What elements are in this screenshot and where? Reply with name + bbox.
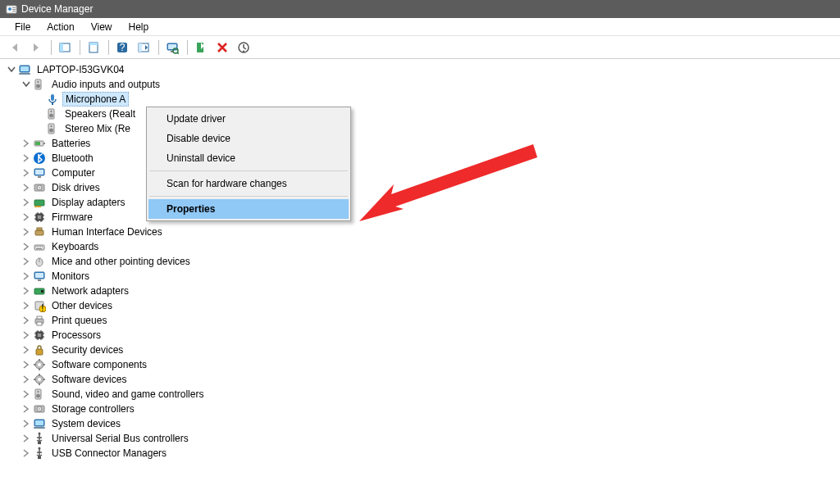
tree-node-universal-serial-bus-controllers[interactable]: Universal Serial Bus controllers <box>7 431 840 446</box>
expander-icon[interactable] <box>21 168 31 178</box>
tree-node-mice-and-other-pointing-devices[interactable]: Mice and other pointing devices <box>7 254 840 269</box>
expander-icon[interactable] <box>21 389 31 399</box>
expander-icon[interactable] <box>21 419 31 429</box>
cm-update-driver[interactable]: Update driver <box>148 109 349 129</box>
node-label: System devices <box>49 417 123 430</box>
menu-view[interactable]: View <box>83 20 121 34</box>
cm-properties[interactable]: Properties <box>148 199 349 219</box>
svg-rect-70 <box>139 43 142 52</box>
back-button[interactable] <box>5 39 25 57</box>
category-icon <box>33 358 46 371</box>
scan-hardware-button[interactable] <box>162 39 182 57</box>
tree-node-bluetooth[interactable]: Bluetooth <box>7 151 840 166</box>
tree-node-print-queues[interactable]: Print queues <box>7 313 840 328</box>
tree-node-human-interface-devices[interactable]: Human Interface Devices <box>7 225 840 239</box>
action-button[interactable] <box>134 39 153 57</box>
tree-item-microphone[interactable]: Microphone A <box>7 92 840 107</box>
category-icon <box>33 388 46 401</box>
node-label: Processors <box>49 329 103 342</box>
tree-node-keyboards[interactable]: Keyboards <box>7 239 840 254</box>
expander-icon[interactable] <box>21 242 31 252</box>
help-button[interactable]: ? <box>112 39 132 57</box>
tree-node-network-adapters[interactable]: Network adapters <box>7 284 840 298</box>
properties-button[interactable] <box>84 39 103 57</box>
node-label: Disk drives <box>49 181 103 194</box>
expander-icon[interactable] <box>21 138 31 148</box>
tree-node-display-adapters[interactable]: Display adapters <box>7 195 840 210</box>
svg-text:?: ? <box>120 42 126 53</box>
tree-node-sound-video-and-game-controllers[interactable]: Sound, video and game controllers <box>7 387 840 402</box>
expander-icon[interactable] <box>21 434 31 443</box>
device-tree[interactable]: LAPTOP-I53GVK04 Audio inputs and outputs… <box>0 59 840 504</box>
tree-node-security-devices[interactable]: Security devices <box>7 343 840 357</box>
expander-icon[interactable] <box>21 286 31 296</box>
expander-icon[interactable] <box>7 65 16 75</box>
speaker-icon <box>33 78 46 91</box>
cm-scan-hardware[interactable]: Scan for hardware changes <box>148 174 349 193</box>
tree-item-speakers[interactable]: Speakers (Realt <box>7 107 840 121</box>
tree-node-usb-connector-managers[interactable]: USB Connector Managers <box>7 446 840 461</box>
category-icon <box>33 432 46 445</box>
tree-item-stereo-mix[interactable]: Stereo Mix (Re <box>7 121 840 136</box>
tree-node-software-devices[interactable]: Software devices <box>7 372 840 387</box>
cm-uninstall-device[interactable]: Uninstall device <box>148 148 349 168</box>
expander-icon[interactable] <box>21 375 31 384</box>
tree-node-storage-controllers[interactable]: Storage controllers <box>7 402 840 416</box>
tree-node-software-components[interactable]: Software components <box>7 357 840 372</box>
menu-file[interactable]: File <box>7 20 39 34</box>
category-icon <box>33 417 46 430</box>
forward-button[interactable] <box>26 39 46 57</box>
expander-icon[interactable] <box>21 301 31 311</box>
node-label: Computer <box>49 166 98 179</box>
expander-icon[interactable] <box>21 183 31 193</box>
tree-node-disk-drives[interactable]: Disk drives <box>7 180 840 195</box>
category-icon <box>33 152 46 165</box>
tree-root[interactable]: LAPTOP-I53GVK04 <box>7 62 840 77</box>
tree-node-batteries[interactable]: Batteries <box>7 136 840 151</box>
cm-disable-device[interactable]: Disable device <box>148 129 349 148</box>
tree-node-firmware[interactable]: Firmware <box>7 210 840 225</box>
category-icon <box>33 284 46 297</box>
enable-device-button[interactable] <box>191 39 211 57</box>
uninstall-device-button[interactable] <box>212 39 232 57</box>
node-label: Storage controllers <box>49 402 137 415</box>
tree-node-computer[interactable]: Computer <box>7 166 840 180</box>
tree-node-processors[interactable]: Processors <box>7 328 840 343</box>
expander-icon[interactable] <box>21 79 31 89</box>
expander-icon[interactable] <box>21 448 31 458</box>
expander-icon[interactable] <box>21 153 31 163</box>
expander-icon[interactable] <box>21 257 31 266</box>
expander-icon[interactable] <box>21 345 31 355</box>
expander-icon[interactable] <box>21 227 31 237</box>
tree-node-audio[interactable]: Audio inputs and outputs <box>7 77 840 92</box>
tree-node-system-devices[interactable]: System devices <box>7 416 840 431</box>
menu-action[interactable]: Action <box>39 20 82 34</box>
menu-help[interactable]: Help <box>121 20 158 34</box>
node-label: Other devices <box>49 299 115 312</box>
node-label: USB Connector Managers <box>49 447 169 460</box>
category-icon <box>33 447 46 460</box>
tree-node-other-devices[interactable]: Other devices <box>7 298 840 313</box>
node-label: Software devices <box>49 373 129 386</box>
node-label: Batteries <box>49 137 93 150</box>
node-label: Software components <box>49 358 149 371</box>
node-label: Security devices <box>49 343 126 356</box>
category-icon <box>33 373 46 386</box>
svg-rect-66 <box>89 43 98 45</box>
tree-node-monitors[interactable]: Monitors <box>7 269 840 284</box>
category-icon <box>33 137 46 150</box>
expander-icon[interactable] <box>21 330 31 340</box>
expander-icon[interactable] <box>21 360 31 370</box>
menubar: File Action View Help <box>0 18 840 36</box>
node-label: Print queues <box>49 314 109 327</box>
expander-icon[interactable] <box>21 198 31 207</box>
microphone-icon <box>46 93 59 106</box>
update-driver-button[interactable] <box>234 39 253 57</box>
expander-icon[interactable] <box>21 316 31 325</box>
expander-icon[interactable] <box>21 404 31 414</box>
category-icon <box>33 270 46 283</box>
expander-icon[interactable] <box>21 212 31 222</box>
show-hide-tree-button[interactable] <box>55 39 75 57</box>
expander-icon[interactable] <box>21 271 31 281</box>
computer-icon <box>18 63 31 76</box>
